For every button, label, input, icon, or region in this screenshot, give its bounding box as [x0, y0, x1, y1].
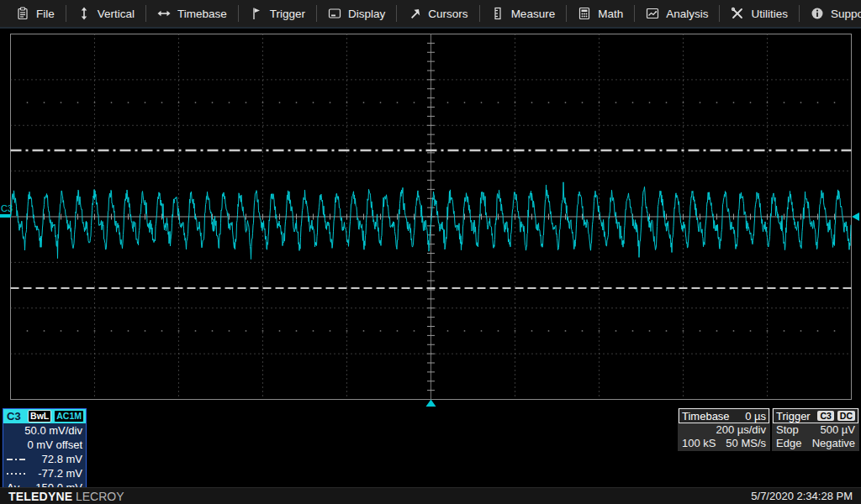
calculator-icon [578, 7, 591, 20]
trigger-title: Trigger [776, 410, 811, 423]
menu-label: Math [598, 8, 623, 20]
cursor-arrow-icon [408, 7, 421, 20]
trigger-coupling-badge: DC [837, 411, 855, 421]
coupling-badge: AC1M [54, 410, 84, 423]
menu-label: Vertical [98, 8, 135, 20]
brand-logo: TELEDYNE LECROY [8, 490, 124, 503]
timebase-position: 0 µs [745, 410, 766, 423]
menu-label: Measure [511, 8, 556, 20]
analysis-chart-icon [646, 7, 659, 20]
trigger-mode: Stop [776, 423, 799, 437]
channel-scale-row: 50.0 mV/div [3, 423, 86, 438]
dashdot-linestyle-icon [7, 459, 27, 460]
trigger-mode-row: Stop 500 µV [773, 423, 858, 437]
oscilloscope-screen: { "menu": { "items": [ {"label":"File"},… [0, 0, 861, 504]
trigger-source-badge: C3 [817, 411, 833, 421]
sample-count: 100 kS [682, 437, 716, 450]
bandwidth-limit-badge: BwL [28, 410, 51, 423]
vertical-offset-value: 0 mV offset [27, 438, 82, 452]
vertical-arrows-icon [77, 7, 91, 20]
menu-display[interactable]: Display [317, 0, 396, 27]
timebase-title: Timebase [682, 410, 730, 423]
channel-zero-marker[interactable] [0, 214, 11, 218]
timebase-scale: 200 µs/div [716, 423, 766, 437]
menu-label: Utilities [751, 8, 788, 20]
utilities-tools-icon [731, 7, 744, 20]
cursor1-row: 72.8 mV [3, 452, 86, 466]
channel-descriptor-box[interactable]: C3 BwL AC1M 50.0 mV/div 0 mV offset 72.8… [3, 408, 87, 496]
menu-measure[interactable]: Measure [480, 0, 567, 27]
trigger-flag-icon [250, 7, 263, 20]
menu-analysis[interactable]: Analysis [635, 0, 719, 27]
file-icon [16, 7, 29, 20]
ruler-icon [491, 7, 504, 20]
timebase-sampling-row: 100 kS 50 MS/s [679, 437, 769, 450]
dotted-linestyle-icon [7, 473, 27, 475]
timebase-header: Timebase 0 µs [679, 408, 769, 423]
menu-vertical[interactable]: Vertical [66, 0, 145, 27]
menu-label: File [36, 8, 55, 20]
menu-timebase[interactable]: Timebase [146, 0, 238, 27]
menu-label: Display [348, 8, 385, 20]
menu-support[interactable]: Support [800, 0, 861, 27]
menu-math[interactable]: Math [567, 0, 634, 27]
brand-teledyne: TELEDYNE [8, 490, 72, 503]
trigger-slope: Negative [812, 437, 855, 450]
cursor2-value: -77.2 mV [38, 466, 82, 480]
cursor1-value: 72.8 mV [42, 452, 82, 466]
channel-zero-marker-label: C3 [1, 203, 13, 213]
channel-descriptor-header: C3 BwL AC1M [3, 409, 86, 423]
trigger-time-marker[interactable] [426, 400, 436, 407]
menu-file[interactable]: File [5, 0, 66, 27]
trigger-level-marker[interactable] [852, 213, 859, 221]
menu-label: Trigger [270, 8, 305, 20]
display-icon [328, 7, 341, 20]
status-bar: TELEDYNE LECROY 5/7/2020 2:34:28 PM [0, 487, 861, 504]
trigger-type: Edge [776, 437, 801, 450]
trigger-header: Trigger C3 DC [773, 408, 858, 423]
datetime-stamp: 5/7/2020 2:34:28 PM [751, 490, 853, 502]
cursor2-row: -77.2 mV [3, 466, 86, 480]
menu-label: Support [831, 8, 861, 20]
horizontal-arrows-icon [157, 7, 171, 20]
menu-utilities[interactable]: Utilities [720, 0, 799, 27]
trigger-descriptor-box[interactable]: Trigger C3 DC Stop 500 µV Edge Negative [772, 408, 859, 451]
timebase-descriptor-box[interactable]: Timebase 0 µs 200 µs/div 100 kS 50 MS/s [678, 408, 770, 451]
support-info-icon [811, 7, 824, 20]
menu-label: Cursors [428, 8, 467, 20]
channel-name: C3 [7, 410, 25, 423]
trigger-level: 500 µV [821, 423, 855, 437]
menu-label: Timebase [177, 8, 227, 20]
channel-offset-row: 0 mV offset [3, 438, 86, 452]
timebase-scale-row: 200 µs/div [679, 423, 769, 437]
menu-label: Analysis [666, 8, 708, 20]
sample-rate: 50 MS/s [726, 437, 766, 450]
vertical-scale-value: 50.0 mV/div [24, 423, 82, 438]
menu-trigger[interactable]: Trigger [239, 0, 316, 27]
trigger-type-row: Edge Negative [773, 437, 858, 450]
menu-cursors[interactable]: Cursors [397, 0, 478, 27]
brand-lecroy: LECROY [76, 490, 124, 503]
waveform-display[interactable]: C3 [0, 30, 861, 408]
menu-bar: File Vertical Timebase Trigger Display [0, 0, 861, 29]
